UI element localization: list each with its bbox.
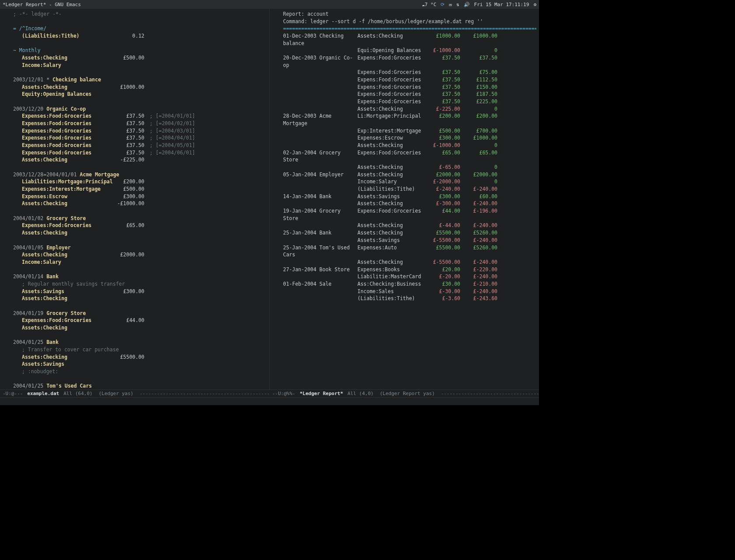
report-row: (Liabilities:Tithe)£-3.60£-243.60	[283, 295, 536, 302]
report-row: 01-Dec-2003 Checking balanceAssets:Check…	[283, 32, 536, 47]
posting-line: Assets:Checking-£225.00	[13, 156, 267, 164]
volume-icon[interactable]: 🔊	[464, 2, 470, 7]
report-row: 25-Jan-2004 BankAssets:Checking£5500.00£…	[283, 229, 536, 237]
clock[interactable]: Fri 15 Mar 17:11:19	[474, 2, 529, 7]
mail-icon[interactable]: ✉	[449, 2, 452, 7]
report-row: Liabilitie:MasterCard£-20.00£-240.00	[283, 273, 536, 280]
modeline-right: --U:@%%- *Ledger Report* All (4,0) (Ledg…	[270, 389, 539, 397]
ledger-report-buffer[interactable]: Report: accountCommand: ledger --sort d …	[270, 9, 539, 389]
transaction-header: 2003/12/01 * Checking balance	[13, 76, 267, 84]
buffer-name-right: *Ledger Report*	[295, 391, 347, 396]
report-row: Expens:Food:Groceries£37.50£225.00	[283, 98, 536, 105]
report-row: Assets:Checking£-44.00£-240.00	[283, 222, 536, 229]
posting-line: Expenses:Food:Groceries£37.50; [=2004/06…	[13, 149, 267, 157]
automated-rule-header: = /^Income/	[13, 25, 267, 32]
report-row: Equi:Opening Balances£-1000.000	[283, 47, 536, 54]
posting-line: Assets:Checking	[13, 229, 267, 237]
network-icon[interactable]: ⇅	[456, 2, 459, 7]
posting-line: Liabilities:Mortgage:Principal£200.00	[13, 178, 267, 186]
ledger-source-buffer[interactable]: ; -*- ledger -*- = /^Income/(Liabilities…	[0, 9, 270, 389]
report-row: 20-Dec-2003 Organic Co-opExpens:Food:Gro…	[283, 54, 536, 69]
modeline-left: -U:@--- example.dat All (64,0) (Ledger y…	[0, 389, 270, 397]
posting-line: Expenses:Food:Groceries£65.00	[13, 222, 267, 229]
report-row: Expens:Food:Groceries£37.50£112.50	[283, 76, 536, 84]
posting-line: Expenses:Food:Groceries£37.50; [=2004/01…	[13, 112, 267, 120]
report-row: Assets:Savings£-5500.00£-240.00	[283, 237, 536, 244]
posting-line: Expenses:Food:Groceries£37.50; [=2004/02…	[13, 120, 267, 127]
weather-indicator[interactable]: ☁ 7 °C	[422, 2, 436, 7]
posting-line: Assets:Checking£5500.00	[13, 354, 267, 361]
desktop-topbar: *Ledger Report* - GNU Emacs ☁ 7 °C ⟳ ✉ ⇅…	[0, 0, 539, 9]
buffer-position-left: All (64,0)	[63, 391, 92, 396]
report-command: Command: ledger --sort d -f /home/borbus…	[283, 18, 536, 25]
transaction-header: 2003/12/20 Organic Co-op	[13, 105, 267, 113]
posting-line: Assets:Checking	[13, 295, 267, 302]
modeline-prefix: -U:@---	[3, 391, 23, 396]
report-row: Assets:Checking£-1000.000	[283, 142, 536, 149]
report-row: Assets:Checking£-300.00£-240.00	[283, 200, 536, 207]
transaction-header: 2004/01/25 Bank	[13, 339, 267, 346]
posting-line: Equity:Opening Balances	[13, 91, 267, 98]
posting-line: Expenses:Interest:Mortgage£500.00	[13, 186, 267, 193]
report-separator: ========================================…	[283, 25, 536, 32]
posting-line: Assets:Checking£1000.00	[13, 84, 267, 91]
posting-line: Expenses:Food:Groceries£37.50; [=2004/04…	[13, 134, 267, 142]
minibuffer[interactable]	[0, 397, 539, 405]
posting-line: Assets:Checking	[13, 324, 267, 332]
posting-line: Expenses:Food:Groceries£44.00	[13, 317, 267, 324]
report-row: Exp:Interest:Mortgage£500.00£700.00	[283, 127, 536, 135]
modeline-prefix: --U:@%%-	[272, 391, 295, 396]
posting-line: Expenses:Escrow£300.00	[13, 193, 267, 200]
transaction-header: 2003/12/28=2004/01/01 Acme Mortgage	[13, 171, 267, 178]
report-row: Expens:Food:Groceries£37.50£150.00	[283, 84, 536, 91]
report-row: 27-Jan-2004 Book StoreExpenses:Books£20.…	[283, 266, 536, 273]
report-row: 01-Feb-2004 SaleAss:Checking:Business£30…	[283, 280, 536, 288]
posting-line: Income:Salary	[13, 259, 267, 266]
posting-line: Assets:Savings	[13, 360, 267, 368]
report-row: Expens:Food:Groceries£37.50£75.00	[283, 69, 536, 76]
system-tray: ☁ 7 °C ⟳ ✉ ⇅ 🔊 Fri 15 Mar 17:11:19 ⚙	[422, 2, 536, 7]
report-row: Expens:Food:Groceries£37.50£187.50	[283, 91, 536, 98]
report-row: 19-Jan-2004 Grocery StoreExpens:Food:Gro…	[283, 207, 536, 222]
transaction-header: 2004/01/19 Grocery Store	[13, 310, 267, 317]
posting-line: Assets:Checking£2000.00	[13, 251, 267, 259]
report-title: Report: account	[283, 10, 536, 18]
txn-comment: ; Regular monthly savings transfer	[13, 280, 267, 288]
buffer-mode-right: (Ledger Report yas)	[374, 391, 441, 396]
buffer-mode-left: (Ledger yas)	[92, 391, 139, 396]
window-title: *Ledger Report* - GNU Emacs	[3, 2, 81, 7]
file-mode-comment: ; -*- ledger -*-	[13, 10, 267, 18]
report-row: 14-Jan-2004 BankAssets:Savings£300.00£60…	[283, 193, 536, 200]
report-row: Income:Sales£-30.00£-240.00	[283, 288, 536, 295]
txn-comment: ; Transfer to cover car purchase	[13, 346, 267, 354]
posting-line: Income:Salary	[13, 62, 267, 69]
transaction-header: 2004/01/25 Tom's Used Cars	[13, 382, 267, 389]
refresh-icon[interactable]: ⟳	[441, 2, 444, 7]
posting-line: (Liabilities:Tithe)0.12	[13, 32, 267, 40]
report-row: 05-Jan-2004 EmployerAssets:Checking£2000…	[283, 171, 536, 178]
posting-line: Assets:Checking-£1000.00	[13, 200, 267, 207]
posting-line: Expenses:Food:Groceries£37.50; [=2004/05…	[13, 142, 267, 149]
modeline: -U:@--- example.dat All (64,0) (Ledger y…	[0, 389, 539, 397]
periodic-header: ~ Monthly	[13, 47, 267, 54]
report-row: Assets:Checking£-5500.00£-240.00	[283, 259, 536, 266]
settings-gear-icon[interactable]: ⚙	[533, 2, 536, 7]
buffer-name-left: example.dat	[23, 391, 63, 396]
emacs-frame: ; -*- ledger -*- = /^Income/(Liabilities…	[0, 9, 539, 389]
report-row: Assets:Checking£-225.000	[283, 105, 536, 113]
posting-line: Assets:Savings£300.00	[13, 288, 267, 295]
posting-line: Expenses:Food:Groceries£37.50; [=2004/03…	[13, 127, 267, 135]
report-row: Expenses:Escrow£300.00£1000.00	[283, 134, 536, 142]
report-row: 25-Jan-2004 Tom's Used CarsExpenses:Auto…	[283, 244, 536, 259]
report-row: Assets:Checking£-65.000	[283, 164, 536, 171]
buffer-position-right: All (4,0)	[347, 391, 374, 396]
transaction-header: 2004/01/02 Grocery Store	[13, 215, 267, 222]
report-row: (Liabilities:Tithe)£-240.00£-240.00	[283, 186, 536, 193]
modeline-fill: ----------------------------------------…	[140, 391, 270, 396]
report-row: 28-Dec-2003 Acme MortgageLi:Mortgage:Pri…	[283, 112, 536, 127]
transaction-header: 2004/01/14 Bank	[13, 273, 267, 280]
modeline-fill: ----------------------------------------…	[441, 391, 539, 396]
report-row: 02-Jan-2004 Grocery StoreExpens:Food:Gro…	[283, 149, 536, 164]
report-row: Income:Salary£-2000.000	[283, 178, 536, 186]
txn-comment: ; :nobudget:	[13, 368, 267, 375]
